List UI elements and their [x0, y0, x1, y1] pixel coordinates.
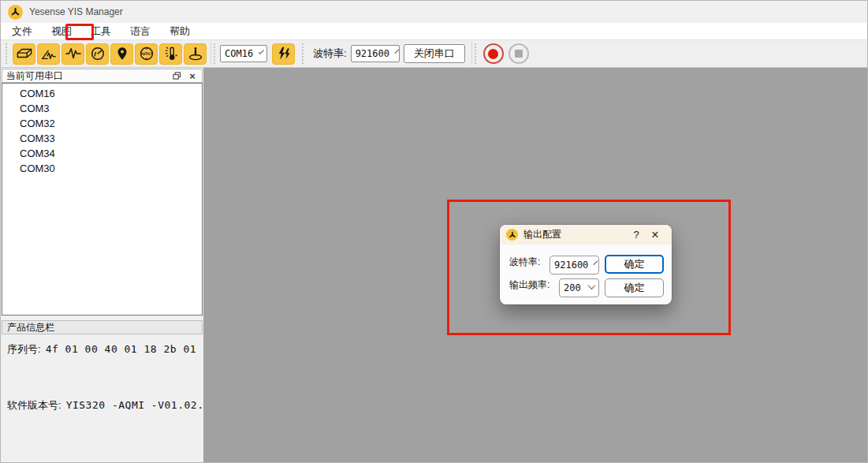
port-list: COM16 COM3 COM32 COM33 COM34 COM30: [2, 83, 203, 316]
title-bar: Yesense YIS Manager: [1, 1, 867, 23]
gyro-top-icon[interactable]: [184, 43, 207, 65]
port-select-value: COM16: [225, 48, 253, 59]
dialog-help-button[interactable]: ?: [628, 229, 645, 241]
yesense-logo-icon: [506, 229, 518, 241]
baud-rate-label: 波特率:: [313, 47, 347, 61]
dialog-freq-value: 200: [564, 282, 582, 293]
ports-panel-title: 当前可用串口: [6, 69, 170, 83]
baud-rate-select[interactable]: 921600: [351, 45, 400, 62]
product-info-body: 序列号: 4f 01 00 40 01 18 2b 01 软件版本号: YIS3…: [1, 334, 203, 463]
angle-waveform-icon[interactable]: [37, 43, 60, 65]
toolbar-grip[interactable]: [6, 43, 10, 64]
toolbar-separator: [471, 42, 472, 65]
chevron-down-icon: [259, 49, 264, 54]
app-window: Yesense YIS Manager 文件 视图 工具 语言 帮助: [0, 0, 868, 463]
yesense-logo-icon: [8, 5, 23, 20]
dialog-freq-select[interactable]: 200: [559, 278, 599, 297]
utc-clock-icon[interactable]: UTC: [135, 43, 158, 65]
dialog-baud-ok-button[interactable]: 确定: [605, 255, 664, 274]
close-panel-icon[interactable]: ×: [186, 70, 199, 81]
dialog-baud-label: 波特率:: [509, 256, 540, 269]
toolbar-grip[interactable]: [475, 43, 479, 64]
main-canvas: 输出配置 ? × 波特率: 921600 确定 输出频率: 200: [203, 68, 867, 463]
dialog-baud-select[interactable]: 921600: [549, 256, 599, 274]
list-item-port[interactable]: COM32: [2, 116, 202, 131]
list-item-port[interactable]: COM30: [2, 161, 202, 176]
baud-rate-value: 921600: [356, 48, 389, 59]
list-item-port[interactable]: COM3: [2, 101, 202, 116]
stop-button[interactable]: [509, 43, 529, 64]
serial-number-value: 4f 01 00 40 01 18 2b 01: [46, 343, 197, 355]
record-dot-icon: [488, 49, 498, 59]
chevron-down-icon: [588, 282, 596, 289]
dialog-baud-value: 921600: [554, 260, 588, 271]
float-panel-icon[interactable]: [170, 70, 183, 81]
thermometer-icon[interactable]: [159, 43, 182, 65]
window-title: Yesense YIS Manager: [29, 6, 123, 17]
menu-help[interactable]: 帮助: [160, 23, 199, 39]
menu-language[interactable]: 语言: [121, 23, 160, 39]
location-pin-icon[interactable]: [110, 43, 133, 65]
ports-panel-header: 当前可用串口 ×: [2, 69, 203, 83]
dialog-title: 输出配置: [523, 228, 628, 241]
dialog-freq-label: 输出频率:: [509, 278, 549, 292]
serial-ports-dock-panel: 当前可用串口 × COM16 COM3 COM32 COM33 COM34 CO…: [1, 68, 203, 463]
software-version-row: 软件版本号: YIS320 -AQMI -V01.02.03;: [7, 398, 197, 413]
close-serial-button[interactable]: 关闭串口: [404, 44, 465, 63]
cube-icon[interactable]: [13, 43, 35, 65]
dialog-freq-ok-button[interactable]: 确定: [605, 278, 664, 297]
product-info-title: 产品信息栏: [7, 321, 54, 334]
software-version-label: 软件版本号:: [7, 398, 61, 413]
toolbar-grip[interactable]: [214, 43, 218, 64]
svg-text:UTC: UTC: [142, 51, 151, 56]
port-select[interactable]: COM16: [220, 45, 267, 62]
toolbar-grip[interactable]: [302, 43, 307, 64]
toolbar: UTC: [1, 39, 867, 68]
list-item-port[interactable]: COM16: [2, 86, 202, 101]
menu-view[interactable]: 视图: [42, 23, 81, 39]
pulse-waveform-icon[interactable]: [61, 43, 84, 65]
list-item-port[interactable]: COM34: [2, 146, 202, 161]
menu-tools[interactable]: 工具: [81, 23, 121, 39]
list-item-port[interactable]: COM33: [2, 131, 202, 146]
stop-square-icon: [515, 50, 523, 58]
serial-number-label: 序列号:: [7, 342, 41, 357]
chevron-down-icon: [395, 49, 400, 54]
menu-bar: 文件 视图 工具 语言 帮助: [1, 23, 867, 39]
software-version-value: YIS320 -AQMI -V01.02.03;: [66, 399, 224, 411]
dialog-title-bar: 输出配置 ? ×: [500, 225, 672, 245]
gauge-icon[interactable]: [86, 43, 109, 65]
menu-file[interactable]: 文件: [2, 23, 42, 39]
dialog-close-button[interactable]: ×: [645, 225, 665, 245]
refresh-ports-icon[interactable]: [272, 43, 295, 65]
chevron-down-icon: [594, 260, 598, 265]
output-config-dialog: 输出配置 ? × 波特率: 921600 确定 输出频率: 200: [500, 225, 672, 304]
record-button[interactable]: [483, 43, 504, 64]
toolbar-separator: [210, 42, 211, 65]
serial-number-row: 序列号: 4f 01 00 40 01 18 2b 01: [7, 342, 197, 357]
product-info-header: 产品信息栏: [2, 320, 203, 334]
